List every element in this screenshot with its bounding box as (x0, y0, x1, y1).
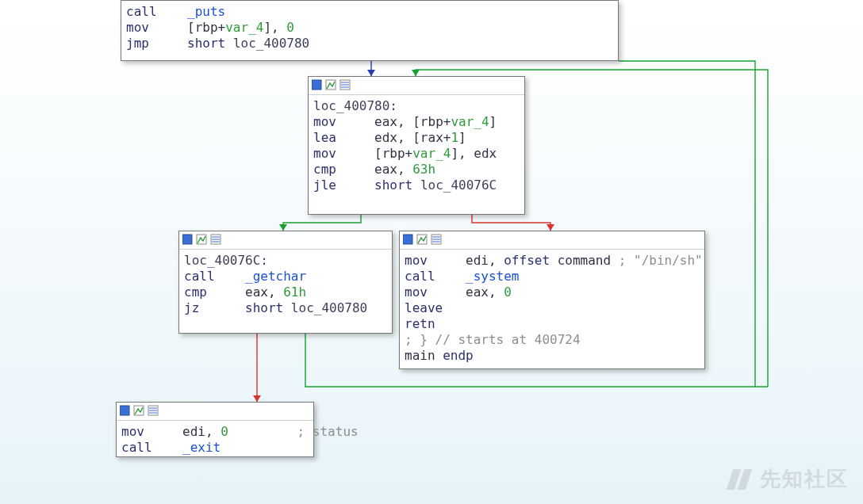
asm-token: _exit (182, 440, 221, 456)
asm-line: mov eax, [rbp+var_4] (313, 114, 520, 130)
svg-rect-0 (312, 80, 321, 90)
asm-line: jmp short loc_400780 (126, 36, 613, 52)
svg-rect-6 (403, 235, 412, 244)
asm-line: lea edx, [rax+1] (313, 130, 520, 146)
asm-token: eax, (336, 162, 412, 178)
asm-token: ; (619, 253, 634, 269)
asm-token: _puts (187, 4, 225, 20)
asm-token (152, 440, 183, 456)
asm-token: ] (458, 130, 466, 146)
asm-line: leave (405, 300, 700, 316)
asm-token: mov (313, 146, 336, 162)
asm-token: jz (184, 300, 199, 316)
asm-token: 63h (412, 162, 435, 178)
block-right-titlebar (400, 231, 704, 250)
asm-token (215, 269, 246, 284)
block-exit[interactable]: mov edi, 0 ; statuscall _exit (116, 402, 314, 457)
asm-token: mov (405, 253, 428, 269)
block-left-titlebar (179, 231, 392, 250)
block-exit-titlebar (117, 403, 313, 421)
asm-line: jle short loc_40076C (313, 178, 520, 193)
asm-token: loc_40076C: (184, 253, 268, 269)
asm-token: leave (405, 300, 443, 316)
block-top[interactable]: call _putsmov [rbp+var_4], 0jmp short lo… (121, 0, 619, 61)
asm-token: var_4 (451, 114, 489, 130)
asm-token: call (184, 269, 215, 284)
asm-token: call (121, 440, 152, 456)
edge-arrow-green (279, 224, 287, 231)
edge-green (283, 215, 361, 231)
block-mid-body: loc_400780:mov eax, [rbp+var_4]lea edx, … (309, 95, 524, 200)
asm-token: ] (489, 114, 497, 130)
asm-token: loc_40076C (412, 178, 497, 193)
asm-token: lea (313, 130, 336, 146)
block-right-body: mov edi, offset command ; "/bin/sh"call … (400, 250, 704, 370)
edge-arrow-red (253, 395, 261, 402)
block-mid[interactable]: loc_400780:mov eax, [rbp+var_4]lea edx, … (308, 76, 525, 215)
asm-token: mov (313, 114, 336, 130)
asm-token: short (245, 300, 283, 316)
asm-token: 1 (451, 130, 458, 146)
edge-red (472, 215, 550, 231)
asm-token: command (550, 253, 619, 269)
block-exit-body: mov edi, 0 ; statuscall _exit (117, 421, 313, 462)
asm-token: edx, [rax+ (336, 130, 451, 146)
asm-token: 0 (221, 424, 228, 440)
block-left[interactable]: loc_40076C:call _getcharcmp eax, 61hjz s… (178, 231, 393, 334)
asm-token: ], edx (451, 146, 497, 162)
block-top-body: call _putsmov [rbp+var_4], 0jmp short lo… (121, 1, 618, 58)
asm-token: mov (121, 424, 144, 440)
block-icons (403, 233, 447, 248)
asm-token: jle (313, 178, 336, 193)
asm-token (149, 36, 187, 52)
asm-line: call _system (405, 269, 700, 284)
asm-token: mov (405, 284, 428, 300)
asm-token: loc_400780 (225, 36, 309, 52)
asm-token: short (187, 36, 225, 52)
edge-arrow-blue (367, 70, 375, 76)
asm-token: eax, [rbp+ (336, 114, 451, 130)
asm-token: cmp (313, 162, 336, 178)
asm-token (435, 269, 466, 284)
asm-line: cmp eax, 61h (184, 284, 387, 300)
block-icons (182, 233, 227, 248)
asm-token (157, 4, 188, 20)
asm-token: call (405, 269, 435, 284)
asm-line: jz short loc_400780 (184, 300, 387, 316)
asm-line: call _getchar (184, 269, 387, 284)
svg-rect-9 (120, 406, 129, 415)
asm-token: edi, (144, 424, 221, 440)
asm-line: mov [rbp+var_4], edx (313, 146, 520, 162)
asm-token: _getchar (245, 269, 306, 284)
asm-token: ; status (297, 424, 359, 440)
asm-token: retn (405, 316, 435, 332)
edge-arrow-red (547, 224, 554, 231)
asm-token (228, 424, 297, 440)
asm-token: [rbp+ (336, 146, 412, 162)
block-left-body: loc_40076C:call _getcharcmp eax, 61hjz s… (179, 250, 392, 323)
asm-token: ], (263, 20, 286, 36)
asm-token: cmp (184, 284, 207, 300)
watermark-logo-icon (728, 469, 754, 490)
asm-token (199, 300, 245, 316)
asm-token: 0 (286, 20, 294, 36)
asm-token: 0 (504, 284, 512, 300)
asm-line: mov edi, offset command ; "/bin/sh" (405, 253, 700, 269)
watermark-text: 先知社区 (760, 465, 849, 493)
block-right[interactable]: mov edi, offset command ; "/bin/sh"call … (399, 231, 705, 369)
asm-token: "/bin/sh" (634, 253, 703, 269)
graph-canvas[interactable]: call _putsmov [rbp+var_4], 0jmp short lo… (0, 0, 863, 504)
asm-token: var_4 (225, 20, 263, 36)
block-icons (120, 404, 164, 419)
edge-arrow-green (412, 70, 420, 76)
asm-token: var_4 (412, 146, 451, 162)
asm-token: loc_400780 (283, 300, 367, 316)
asm-token (336, 178, 374, 193)
asm-line: mov [rbp+var_4], 0 (126, 20, 613, 36)
svg-rect-3 (182, 235, 192, 244)
watermark: 先知社区 (728, 465, 849, 493)
asm-line: call _exit (121, 440, 309, 456)
asm-line: loc_40076C: (184, 253, 387, 269)
asm-line: retn (405, 316, 700, 332)
asm-token: eax, (207, 284, 283, 300)
